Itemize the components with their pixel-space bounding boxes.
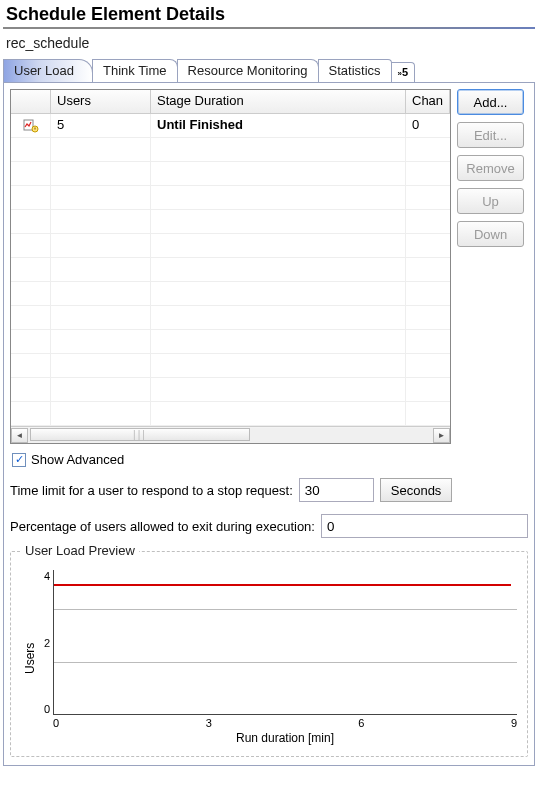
row-users: 5: [51, 114, 151, 138]
tab-resource-monitoring[interactable]: Resource Monitoring: [177, 59, 319, 82]
percent-exit-label: Percentage of users allowed to exit duri…: [10, 519, 315, 534]
user-load-preview: User Load Preview Users 4 2 0: [10, 551, 528, 757]
chart: Users 4 2 0 0 3: [21, 570, 517, 746]
percent-exit-row: Percentage of users allowed to exit duri…: [10, 511, 528, 541]
row-duration: Until Finished: [151, 114, 406, 138]
tab-statistics[interactable]: Statistics: [318, 59, 392, 82]
scroll-right-button[interactable]: ►: [433, 428, 450, 443]
chart-ylabel: Users: [21, 570, 37, 746]
xtick: 9: [511, 717, 517, 729]
ytick: 2: [44, 637, 50, 649]
tab-overflow-button[interactable]: »5: [391, 62, 416, 82]
grid-header-duration[interactable]: Stage Duration: [151, 90, 406, 113]
grid-horizontal-scrollbar[interactable]: ◄ ||| ►: [11, 426, 450, 443]
chart-yaxis: 4 2 0: [37, 570, 53, 715]
grid-rows: 5 Until Finished 0: [11, 114, 450, 426]
tab-user-load[interactable]: User Load: [3, 59, 93, 82]
gridline: [54, 662, 517, 663]
grid-header-icon[interactable]: [11, 90, 51, 113]
time-limit-unit-button[interactable]: Seconds: [380, 478, 453, 502]
xtick: 3: [206, 717, 212, 729]
schedule-name: rec_schedule: [0, 35, 538, 57]
stage-icon: [11, 114, 51, 138]
tab-think-time[interactable]: Think Time: [92, 59, 178, 82]
plot-column: 0 3 6 9 Run duration [min]: [53, 570, 517, 746]
main-panel: User Load Think Time Resource Monitoring…: [3, 59, 535, 766]
preview-title: User Load Preview: [21, 543, 139, 558]
scroll-track[interactable]: |||: [28, 428, 433, 443]
scroll-left-button[interactable]: ◄: [11, 428, 28, 443]
add-button[interactable]: Add...: [457, 89, 524, 115]
tab-bar: User Load Think Time Resource Monitoring…: [3, 59, 535, 82]
stages-grid-wrap: Users Stage Duration Chan: [10, 89, 451, 444]
table-row[interactable]: 5 Until Finished 0: [11, 114, 450, 138]
percent-exit-input[interactable]: [321, 514, 528, 538]
title-separator: [3, 27, 535, 29]
overflow-count: 5: [402, 66, 408, 78]
ytick: 4: [44, 570, 50, 582]
stage-button-column: Add... Edit... Remove Up Down: [457, 89, 524, 444]
plot-area: [53, 570, 517, 715]
grid-header-change[interactable]: Chan: [406, 90, 450, 113]
edit-button[interactable]: Edit...: [457, 122, 524, 148]
chart-xlabel: Run duration [min]: [53, 729, 517, 745]
chart-xaxis: 0 3 6 9 Run duration [min]: [53, 715, 517, 746]
down-button[interactable]: Down: [457, 221, 524, 247]
scroll-thumb[interactable]: |||: [30, 428, 250, 441]
show-advanced-label[interactable]: Show Advanced: [31, 452, 124, 467]
stages-grid[interactable]: Users Stage Duration Chan: [11, 90, 450, 426]
show-advanced-checkbox[interactable]: ✓: [12, 453, 26, 467]
time-limit-input[interactable]: [299, 478, 374, 502]
show-advanced-row: ✓ Show Advanced: [10, 450, 528, 469]
time-limit-label: Time limit for a user to respond to a st…: [10, 483, 293, 498]
stages-section: Users Stage Duration Chan: [10, 89, 528, 444]
xtick: 6: [358, 717, 364, 729]
time-limit-row: Time limit for a user to respond to a st…: [10, 475, 528, 505]
grid-header-users[interactable]: Users: [51, 90, 151, 113]
row-change: 0: [406, 114, 450, 138]
gridline: [54, 609, 517, 610]
series-line: [54, 584, 511, 586]
remove-button[interactable]: Remove: [457, 155, 524, 181]
grid-header-row: Users Stage Duration Chan: [11, 90, 450, 114]
page-title: Schedule Element Details: [0, 0, 538, 27]
xticks: 0 3 6 9: [53, 715, 517, 729]
ytick: 0: [44, 703, 50, 715]
up-button[interactable]: Up: [457, 188, 524, 214]
tab-user-load-body: Users Stage Duration Chan: [3, 82, 535, 766]
xtick: 0: [53, 717, 59, 729]
